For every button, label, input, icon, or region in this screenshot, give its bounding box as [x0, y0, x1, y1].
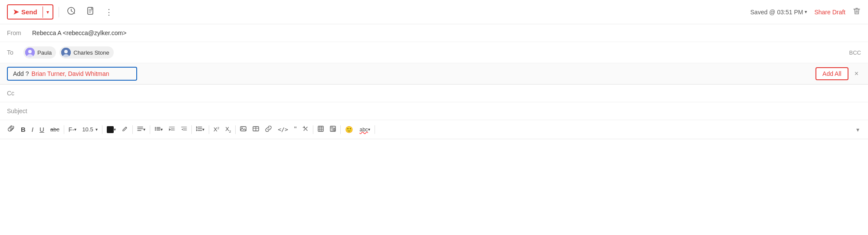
send-dropdown-button[interactable]: ▾	[43, 7, 53, 18]
attach-file-button[interactable]	[5, 124, 17, 135]
toolbar-sep-6	[209, 125, 209, 134]
suggestion-close-button[interactable]: ×	[852, 69, 861, 78]
strikethrough-button[interactable]: abc	[48, 124, 62, 134]
font-size-control: 10.5 ▾	[80, 125, 100, 134]
insert-table-button[interactable]	[315, 124, 326, 135]
font-icon: F-	[69, 126, 74, 133]
link-icon	[265, 126, 272, 133]
share-draft-label: Share Draft	[814, 9, 845, 16]
font-size-dropdown[interactable]: ▾	[95, 127, 99, 132]
italic-button[interactable]: I	[29, 124, 36, 135]
toolbar-sep-1	[64, 125, 64, 134]
recipient-chip-paula[interactable]: Paula	[23, 46, 56, 59]
align-icon	[137, 126, 143, 133]
cc-label: Cc	[7, 90, 14, 97]
close-icon: ×	[855, 70, 858, 77]
toolbar-sep-4	[150, 125, 150, 134]
schedule-send-button[interactable]	[64, 5, 78, 19]
saved-status: Saved @ 03:51 PM ▾	[750, 9, 808, 16]
table-icon	[318, 126, 324, 133]
indent-icon	[169, 126, 175, 133]
more-vert-icon: ⋮	[105, 7, 113, 17]
suggestion-row: Add ? Brian Turner, David Whitman Add Al…	[0, 63, 868, 85]
cc-row[interactable]: Cc	[0, 85, 868, 102]
format-clear-icon	[302, 126, 309, 133]
add-all-label: Add All	[822, 70, 842, 77]
schedule-send-icon	[67, 7, 76, 17]
bullet-list-icon	[155, 126, 161, 133]
paperclip-icon	[8, 125, 15, 134]
align-button[interactable]: ▾	[135, 124, 148, 135]
template-button[interactable]	[83, 5, 97, 19]
toolbar-divider-1	[59, 7, 59, 17]
suggestion-add-text: Add ?	[13, 70, 29, 77]
toolbar-sep-8	[313, 125, 313, 134]
bcc-label: BCC	[849, 49, 861, 56]
toolbar-sep-5	[191, 125, 192, 134]
color-swatch-icon	[107, 126, 114, 133]
more-options-button[interactable]: ⋮	[102, 6, 116, 19]
toolbar-sep-10	[375, 125, 375, 134]
bcc-button[interactable]: BCC	[849, 49, 861, 56]
saved-text-label: Saved @ 03:51 PM	[750, 9, 803, 16]
bold-icon: B	[21, 126, 26, 133]
subscript-icon: X2	[225, 126, 231, 134]
strikethrough-icon: abc	[50, 126, 59, 133]
toolbar-expand-icon: ▾	[856, 126, 859, 133]
send-button[interactable]: ➤ Send	[8, 5, 43, 19]
svg-rect-14	[318, 126, 323, 131]
toolbar-sep-3	[132, 125, 133, 134]
indent-button[interactable]	[166, 124, 178, 135]
superscript-button[interactable]: X2	[211, 124, 222, 134]
blockquote-button[interactable]: "	[292, 124, 299, 135]
outdent-button[interactable]	[178, 124, 190, 135]
to-label: To	[7, 49, 20, 56]
svg-point-10	[155, 130, 156, 131]
delete-draft-button[interactable]	[852, 7, 861, 17]
chevron-down-align-icon: ▾	[143, 127, 145, 132]
highlight-icon	[122, 126, 128, 133]
code-icon: </>	[278, 126, 288, 133]
underline-button[interactable]: U	[37, 124, 47, 135]
font-color-button[interactable]: ▾	[104, 124, 118, 135]
send-button-wrapper: ➤ Send ▾	[7, 4, 53, 20]
svg-point-8	[155, 127, 156, 128]
recipient-chip-charles-stone[interactable]: Charles Stone	[59, 46, 113, 59]
insert-table-inline-button[interactable]	[250, 124, 262, 135]
emoji-button[interactable]: 🙂	[342, 124, 356, 135]
code-button[interactable]: </>	[275, 124, 290, 134]
table-properties-icon	[330, 126, 336, 133]
chevron-down-color-icon: ▾	[114, 127, 116, 132]
subscript-button[interactable]: X2	[223, 124, 233, 135]
insert-link-button[interactable]	[263, 124, 274, 135]
bullet-list-button[interactable]: ▾	[152, 124, 165, 135]
send-arrow-icon: ➤	[13, 8, 19, 16]
format-clear-button[interactable]	[300, 124, 311, 135]
subject-label: Subject	[7, 108, 27, 114]
avatar-paula	[25, 48, 35, 57]
emoji-icon: 🙂	[345, 126, 353, 134]
saved-chevron-icon: ▾	[805, 9, 807, 15]
suggestion-names: Brian Turner, David Whitman	[32, 70, 109, 77]
header-right-actions: Saved @ 03:51 PM ▾ Share Draft	[750, 7, 861, 17]
line-spacing-button[interactable]: ▾	[194, 124, 207, 135]
to-row: To Paula Charles Stone BCC	[0, 42, 868, 63]
chevron-down-bullet-icon: ▾	[161, 127, 163, 132]
insert-image-button[interactable]	[237, 124, 249, 135]
chevron-down-font-icon: ▾	[74, 127, 76, 132]
toolbar-sep-7	[235, 125, 236, 134]
template-icon	[86, 7, 95, 17]
svg-point-6	[64, 50, 68, 53]
subject-row[interactable]: Subject	[0, 102, 868, 120]
table-properties-button[interactable]	[327, 124, 339, 135]
formatting-toolbar: B I U abc F- ▾ 10.5 ▾ ▾	[0, 120, 868, 139]
chevron-down-spellcheck-icon: ▾	[368, 127, 370, 132]
font-button[interactable]: F- ▾	[66, 124, 79, 135]
spellcheck-button[interactable]: abc ▾	[357, 125, 372, 134]
more-toolbar-button[interactable]: ▾	[853, 124, 863, 135]
superscript-icon: X2	[214, 126, 219, 133]
highlight-button[interactable]	[119, 124, 131, 135]
bold-button[interactable]: B	[18, 124, 28, 135]
share-draft-button[interactable]: Share Draft	[814, 9, 845, 16]
add-all-button[interactable]: Add All	[815, 67, 848, 80]
